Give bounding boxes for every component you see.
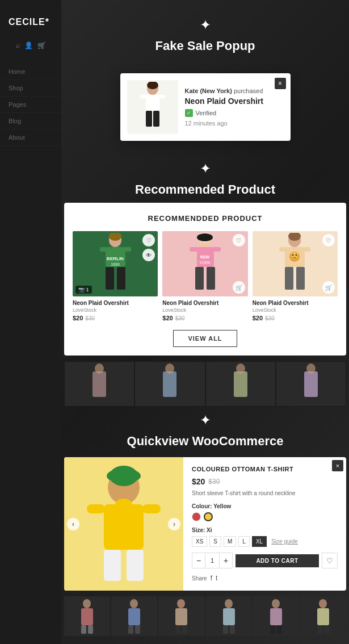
- size-m[interactable]: M: [224, 536, 236, 547]
- main-content: ✦ Fake Sale Popup Kate (New York): [61, 0, 349, 639]
- svg-rect-37: [92, 371, 106, 397]
- twitter-share-button[interactable]: t: [216, 574, 217, 582]
- add-to-cart-row: − + ADD TO CART ♡: [192, 553, 338, 568]
- search-icon[interactable]: ⌕: [16, 41, 20, 49]
- price-old-2: $30: [175, 315, 185, 321]
- svg-rect-23: [212, 247, 221, 252]
- share-label: Share: [192, 575, 207, 582]
- svg-point-32: [296, 254, 297, 256]
- product-info-1: Neon Plaid Overshirt LoveStock $20 $30: [73, 296, 158, 321]
- svg-rect-22: [190, 247, 198, 252]
- cart-icon[interactable]: 🛒: [37, 41, 46, 49]
- svg-rect-64: [175, 625, 180, 634]
- product-brand-1: LoveStock: [73, 307, 158, 313]
- popup-product-image: [127, 80, 178, 134]
- cart-btn-3[interactable]: 🛒: [322, 281, 335, 294]
- product-image-3: ♡ 🛒: [253, 231, 338, 296]
- quickview-section: ✦ Quickview WooCommerce: [61, 407, 349, 454]
- svg-rect-55: [81, 608, 93, 625]
- quickview-wishlist-button[interactable]: ♡: [322, 553, 338, 568]
- svg-rect-43: [304, 371, 318, 397]
- sidebar: CECILE* ⌕ 👤 🛒 Home Shop Pages Blog About: [0, 0, 61, 644]
- size-xl[interactable]: XL: [252, 536, 267, 547]
- facebook-share-button[interactable]: f: [211, 574, 212, 582]
- colour-swatches: [192, 512, 338, 521]
- svg-rect-15: [117, 267, 125, 290]
- svg-point-47: [107, 469, 141, 483]
- size-guide-link[interactable]: Size guide: [271, 538, 298, 545]
- view-all-button[interactable]: VIEW ALL: [173, 330, 237, 347]
- strip-item-2: [134, 361, 205, 407]
- svg-rect-13: [124, 247, 131, 252]
- wishlist-btn-3[interactable]: ♡: [322, 234, 335, 246]
- sidebar-item-pages[interactable]: Pages: [0, 97, 61, 113]
- quickview-title: Quickview WooCommerce: [73, 434, 338, 449]
- svg-rect-33: [279, 247, 286, 252]
- quickview-price-new: $20: [192, 477, 205, 486]
- price-old-3: $30: [265, 315, 275, 321]
- product-image-1: BERLIN 1990 ♡ 👁 📷 1: [73, 231, 158, 296]
- quickview-prev-button[interactable]: ‹: [67, 518, 79, 530]
- svg-rect-65: [182, 625, 187, 634]
- size-options: XS S M L XL Size guide: [192, 536, 338, 547]
- product-prices-2: $20 $30: [162, 315, 247, 321]
- product-name-2: Neon Plaid Overshirt: [162, 300, 247, 306]
- svg-rect-5: [146, 111, 152, 127]
- quickview-modal: ‹ › × COLOURED OTTOMAN T-SHIRT $20 $30 S…: [64, 457, 346, 591]
- brand-logo[interactable]: CECILE*: [0, 11, 61, 39]
- svg-point-62: [177, 599, 185, 608]
- qty-increase-button[interactable]: +: [220, 553, 232, 568]
- popup-product-name: Neon Plaid Overshirt: [185, 97, 284, 106]
- svg-rect-67: [223, 608, 235, 625]
- size-s[interactable]: S: [209, 536, 221, 547]
- recommended-title: Recommended Product: [73, 182, 338, 197]
- qty-decrease-button[interactable]: −: [192, 553, 205, 568]
- svg-rect-3: [140, 95, 147, 98]
- svg-rect-60: [128, 625, 133, 634]
- quickview-content: × COLOURED OTTOMAN T-SHIRT $20 $30 Short…: [183, 457, 346, 591]
- size-xs[interactable]: XS: [192, 536, 207, 547]
- svg-rect-50: [87, 504, 105, 513]
- svg-rect-63: [175, 608, 187, 625]
- quickview-next-button[interactable]: ›: [168, 518, 180, 530]
- quickview-btn-1[interactable]: 👁: [142, 249, 155, 261]
- svg-rect-48: [104, 504, 144, 550]
- wishlist-btn-1[interactable]: ♡: [142, 234, 155, 246]
- sidebar-item-about[interactable]: About: [0, 129, 61, 146]
- popup-close-button[interactable]: ×: [275, 78, 286, 89]
- sidebar-item-shop[interactable]: Shop: [0, 80, 61, 97]
- size-l[interactable]: L: [238, 536, 250, 547]
- color-red[interactable]: [192, 512, 201, 521]
- product-prices-3: $20 $30: [253, 315, 338, 321]
- wishlist-btn-2[interactable]: ♡: [233, 234, 245, 246]
- cart-btn-2[interactable]: 🛒: [233, 281, 245, 294]
- svg-rect-56: [81, 625, 86, 634]
- bottom-grid-6: [300, 596, 346, 636]
- quickview-close-button[interactable]: ×: [332, 460, 343, 471]
- svg-rect-69: [230, 625, 235, 634]
- svg-rect-75: [317, 608, 329, 625]
- quantity-input[interactable]: [205, 553, 220, 568]
- product-name-3: Neon Plaid Overshirt: [253, 300, 338, 306]
- quickview-price-old: $30: [208, 478, 220, 486]
- product-card-1: BERLIN 1990 ♡ 👁 📷 1 Neon Plaid Overshir: [73, 231, 158, 321]
- person-pink: NEW YORK: [187, 233, 224, 295]
- user-icon[interactable]: 👤: [24, 41, 33, 49]
- quickview-description: Short sleeve T-shirt with a round neckli…: [192, 490, 338, 497]
- price-new-1: $20: [73, 315, 83, 321]
- svg-rect-76: [317, 625, 322, 634]
- person-green: BERLIN 1990: [97, 233, 134, 295]
- sidebar-item-home[interactable]: Home: [0, 64, 61, 80]
- svg-rect-14: [106, 267, 114, 290]
- color-yellow[interactable]: [204, 512, 213, 521]
- add-to-cart-button[interactable]: ADD TO CART: [236, 554, 319, 567]
- bottom-image-grid: [64, 596, 346, 636]
- svg-point-38: [95, 363, 104, 374]
- size-label: Size: Xi: [192, 527, 338, 533]
- svg-point-31: [292, 254, 294, 256]
- product-actions-1: ♡ 👁: [142, 234, 155, 261]
- quickview-star: ✦: [73, 412, 338, 428]
- person-figure: [136, 82, 170, 133]
- check-icon: ✓: [185, 109, 193, 117]
- sidebar-item-blog[interactable]: Blog: [0, 113, 61, 129]
